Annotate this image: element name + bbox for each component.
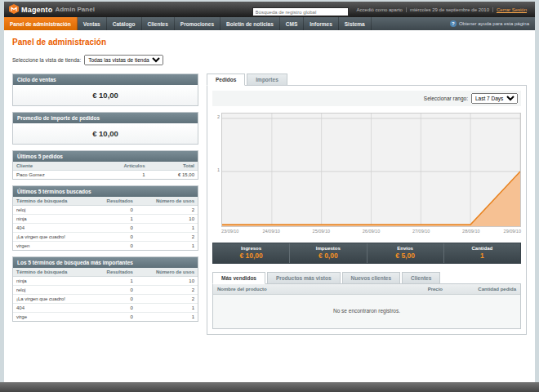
cell: Paco Gomez bbox=[13, 171, 88, 180]
x-tick: 23/09/10 bbox=[221, 229, 238, 234]
nav-item-cms[interactable]: CMS bbox=[280, 17, 304, 30]
tab-clientes[interactable]: Clientes bbox=[402, 272, 440, 284]
stat-label: Impuestos bbox=[290, 246, 366, 251]
table-row[interactable]: Paco Gomez 1 € 15,00 bbox=[13, 171, 198, 180]
help-link[interactable]: ? Obtener ayuda para esta página bbox=[444, 17, 535, 30]
bestsellers-table: Nombre del producto Precio Cantidad pedi… bbox=[212, 283, 521, 329]
lifetime-sales-value: € 10,00 bbox=[13, 85, 198, 105]
box-title-last-orders: Últimos 5 pedidos bbox=[13, 151, 198, 162]
nav-item-informes[interactable]: Informes bbox=[304, 17, 338, 30]
global-search-input[interactable] bbox=[252, 7, 349, 16]
box-title-lifetime: Ciclo de ventas bbox=[13, 74, 198, 85]
table-row[interactable]: reloj 0 2 bbox=[13, 206, 198, 215]
table-row[interactable]: virgen 0 1 bbox=[13, 242, 198, 251]
last-orders-box: Últimos 5 pedidos Cliente Artículos Tota… bbox=[12, 150, 198, 180]
table-row[interactable]: ¡La virgen que cuadro! 0 2 bbox=[13, 233, 198, 242]
nav-item-sistema[interactable]: Sistema bbox=[339, 17, 372, 30]
column-header: Cliente bbox=[13, 162, 88, 171]
page-title: Panel de administración bbox=[12, 38, 527, 47]
cell: ¡La virgen que cuadro! bbox=[13, 233, 91, 242]
help-icon: ? bbox=[450, 20, 457, 27]
cell: reloj bbox=[13, 286, 91, 295]
global-search bbox=[252, 2, 349, 17]
stat-value: € 10,00 bbox=[213, 252, 289, 260]
orders-amounts-tabs: Pedidos Importes bbox=[207, 74, 527, 86]
logout-link[interactable]: Cerrar Sesión bbox=[492, 7, 530, 12]
nav-item-ventas[interactable]: Ventas bbox=[78, 17, 107, 30]
range-selector-row: Seleccionar rango: Last 7 Days bbox=[212, 91, 521, 106]
cell: 1 bbox=[136, 242, 198, 251]
window-bottom-bar bbox=[0, 382, 539, 392]
cell: ninja bbox=[13, 215, 91, 224]
cell: 10 bbox=[136, 215, 198, 224]
stat-envios: Envíos € 5,00 bbox=[367, 243, 443, 263]
column-header: Número de usos bbox=[136, 197, 198, 206]
range-select[interactable]: Last 7 Days bbox=[471, 93, 518, 104]
tab-importes[interactable]: Importes bbox=[247, 74, 287, 86]
cell: 1 bbox=[91, 215, 136, 224]
chart-plot: 23/09/10 24/09/10 25/09/10 26/09/10 27/0… bbox=[221, 113, 521, 236]
magento-logo: Magento Admin Panel bbox=[9, 2, 95, 17]
table-row[interactable]: reloj 0 2 bbox=[13, 286, 198, 295]
x-tick: 28/09/10 bbox=[462, 229, 479, 234]
cell: 0 bbox=[91, 206, 136, 215]
table-row[interactable]: 404 0 1 bbox=[13, 224, 198, 233]
dashboard-content: Panel de administración Seleccione la vi… bbox=[4, 30, 535, 341]
store-switcher: Seleccione la vista de tienda: Todas las… bbox=[12, 55, 527, 65]
products-tabs: Más vendidos Productos más vistos Nuevos… bbox=[212, 272, 521, 284]
last-search-terms-table: Término de búsqueda Resultados Número de… bbox=[13, 197, 198, 250]
dashboard-right-column: Pedidos Importes Seleccionar rango: Last… bbox=[207, 74, 527, 335]
main-nav: Panel de administración Ventas Catálogo … bbox=[4, 17, 535, 30]
stat-value: 1 bbox=[444, 252, 520, 260]
nav-item-promociones[interactable]: Promociones bbox=[175, 17, 220, 30]
column-header: Total bbox=[149, 162, 198, 171]
cell: € 15,00 bbox=[149, 171, 198, 180]
cell: 0 bbox=[91, 286, 136, 295]
nav-item-boletin[interactable]: Boletín de noticias bbox=[220, 17, 280, 30]
tab-productos-mas-vistos[interactable]: Productos más vistos bbox=[267, 272, 341, 284]
average-order-value: € 10,00 bbox=[13, 123, 198, 144]
stat-label: Ingresos bbox=[213, 246, 289, 251]
store-view-select[interactable]: Todas las vistas de tienda bbox=[84, 55, 163, 65]
x-tick: 24/09/10 bbox=[262, 229, 279, 234]
cell: 2 bbox=[136, 206, 198, 215]
column-header: Resultados bbox=[91, 268, 136, 277]
totals-bar: Ingresos € 10,00 Impuestos € 0,00 Envíos… bbox=[212, 243, 521, 264]
tab-pedidos[interactable]: Pedidos bbox=[207, 74, 245, 86]
x-tick: 29/09/10 bbox=[504, 229, 521, 234]
cell: virgen bbox=[13, 242, 91, 251]
lifetime-sales-box: Ciclo de ventas € 10,00 bbox=[12, 74, 198, 106]
logo-subtitle: Admin Panel bbox=[55, 6, 94, 13]
nav-item-catalogo[interactable]: Catálogo bbox=[107, 17, 142, 30]
dashboard-left-column: Ciclo de ventas € 10,00 Promedio de impo… bbox=[12, 74, 198, 322]
tab-mas-vendidos[interactable]: Más vendidos bbox=[212, 272, 265, 284]
nav-item-clientes[interactable]: Clientes bbox=[142, 17, 175, 30]
table-row[interactable]: ninja 1 10 bbox=[13, 277, 198, 286]
last-search-terms-box: Últimos 5 términos buscados Término de b… bbox=[12, 185, 198, 251]
last-orders-table: Cliente Artículos Total Paco Gomez 1 € 1… bbox=[13, 162, 198, 179]
cell: 0 bbox=[91, 304, 136, 313]
chart-y-axis: 2 1 bbox=[212, 113, 221, 236]
table-row[interactable]: ninja 1 10 bbox=[13, 215, 198, 224]
cell: 404 bbox=[13, 304, 91, 313]
column-header: Precio bbox=[390, 284, 447, 294]
nav-item-dashboard[interactable]: Panel de administración bbox=[4, 17, 78, 30]
store-switcher-label: Seleccione la vista de tienda: bbox=[12, 57, 81, 63]
table-row[interactable]: ¡La virgen que cuadro! 0 2 bbox=[13, 295, 198, 304]
stat-label: Cantidad bbox=[444, 246, 520, 251]
magento-admin-window: Magento Admin Panel Accedió como aparto … bbox=[4, 2, 535, 382]
logged-in-as: Accedió como aparto bbox=[354, 7, 406, 12]
cell: 1 bbox=[136, 304, 198, 313]
cell: 1 bbox=[91, 277, 136, 286]
tab-nuevos-clientes[interactable]: Nuevos clientes bbox=[342, 272, 401, 284]
cell: 2 bbox=[136, 233, 198, 242]
cell: 1 bbox=[136, 313, 198, 322]
cell: virge bbox=[13, 313, 91, 322]
cell: 2 bbox=[136, 286, 198, 295]
table-row[interactable]: 404 0 1 bbox=[13, 304, 198, 313]
cell: 0 bbox=[91, 233, 136, 242]
chart-x-axis: 23/09/10 24/09/10 25/09/10 26/09/10 27/0… bbox=[221, 229, 521, 236]
table-row[interactable]: virge 0 1 bbox=[13, 313, 198, 322]
cell: 1 bbox=[88, 171, 148, 180]
top-search-terms-table: Término de búsqueda Resultados Número de… bbox=[13, 268, 198, 321]
